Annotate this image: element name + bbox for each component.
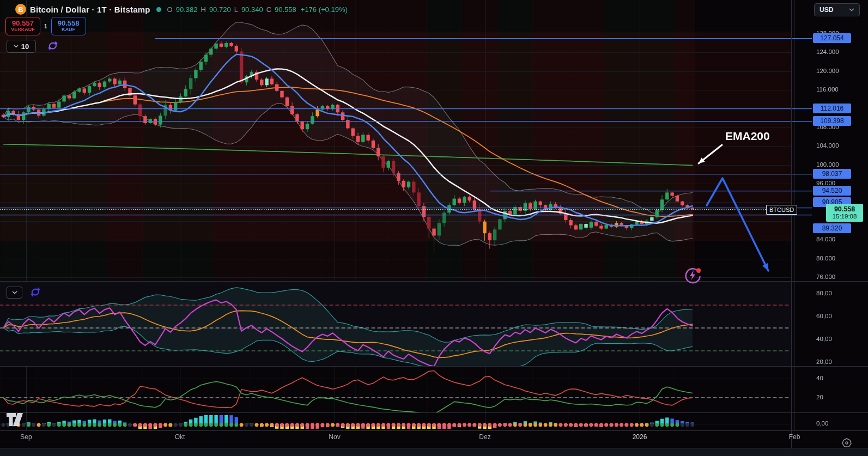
price-tick: 120.000 [816,68,839,74]
refresh-icon[interactable] [47,40,59,52]
currency-value: USD [820,6,833,14]
price-tick: 20 [816,394,823,400]
alert-line-label[interactable]: 112.016 [813,104,851,113]
bar-countdown: 15:19:08 [833,213,857,220]
spread-value: 1 [44,23,47,29]
market-status-dot [156,7,161,12]
flash-badge-icon[interactable] [683,266,702,284]
symbol-price-tag: BTCUSD [766,205,797,215]
buy-button[interactable]: 90.558 KAUF [51,17,86,35]
sell-label: VERKAUF [11,27,35,33]
time-axis[interactable]: SepOktNovDez2026Feb [0,430,868,448]
ohlc-values: O90.382 H90.720 L90.340 C90.558 +176 (+0… [167,5,348,14]
time-label: Nov [329,433,340,441]
sell-button[interactable]: 90.557 VERKAUF [5,17,40,35]
order-panel: 90.557 VERKAUF 1 90.558 KAUF [5,17,86,35]
buy-price: 90.558 [58,20,80,27]
price-tick: 80,00 [816,290,832,296]
price-tick: 104.000 [816,142,839,149]
price-tick: 40 [816,375,823,381]
chart-canvas[interactable] [0,0,868,456]
high-value: 90.720 [209,5,231,14]
time-label: Sep [20,433,32,441]
high-label: H [201,5,205,14]
price-tick: 100.000 [816,161,839,168]
refresh-icon[interactable] [29,286,41,298]
price-axis[interactable]: USD 128.000124.000120.000116.000108.0001… [791,0,868,448]
low-value: 90.340 [241,5,263,14]
close-label: C [266,5,271,14]
symbol-title[interactable]: Bitcoin / Dollar · 1T · Bitstamp [30,5,150,14]
tradingview-logo[interactable] [5,411,31,428]
bottom-strip [0,448,868,456]
buy-label: KAUF [62,27,75,33]
price-tick: 40,00 [816,336,832,342]
chevron-down-icon [14,45,19,48]
time-label: 2026 [633,433,647,441]
price-tick: 124.000 [816,48,839,55]
open-value: 90.382 [176,5,198,14]
interval-value: 10 [21,42,29,51]
open-label: O [167,5,173,14]
price-tick: 20,00 [816,358,832,365]
chevron-down-icon [12,291,17,294]
price-tick: 116.000 [816,86,839,93]
change-value: +176 (+0,19%) [301,5,348,14]
price-tick: 84.000 [816,236,835,242]
alert-line-label[interactable]: 109.398 [813,116,851,126]
alert-line-label[interactable]: 89.320 [813,223,851,233]
low-label: L [234,5,238,14]
last-price-label: 90.558 15:19:08 [826,204,863,222]
candles-count-dropdown[interactable]: 10 [7,40,36,53]
indicator-collapse-button[interactable] [7,287,22,299]
time-label: Feb [789,433,800,441]
bitcoin-icon: B [15,4,26,15]
last-price-value: 90.558 [834,205,855,213]
price-tick: 0,00 [816,420,828,427]
time-label: Okt [175,433,185,441]
time-label: Dez [479,433,490,441]
close-value: 90.558 [275,5,296,14]
settings-icon[interactable] [841,437,852,448]
trading-platform: B Bitcoin / Dollar · 1T · Bitstamp O90.3… [0,0,868,456]
chevron-down-icon [849,8,854,11]
alert-line-label[interactable]: 98.037 [813,169,851,179]
ema200-text-drawing[interactable]: EMA200 [725,130,770,143]
alert-line-label[interactable]: 127.054 [813,33,851,43]
price-tick: 80.000 [816,255,835,262]
sell-price: 90.557 [12,20,34,27]
currency-dropdown[interactable]: USD [814,3,860,16]
symbol-header: B Bitcoin / Dollar · 1T · Bitstamp O90.3… [15,4,348,15]
price-tick: 76.000 [816,273,835,280]
alert-line-label[interactable]: 94.520 [813,186,851,196]
price-tick: 60,00 [816,313,832,319]
